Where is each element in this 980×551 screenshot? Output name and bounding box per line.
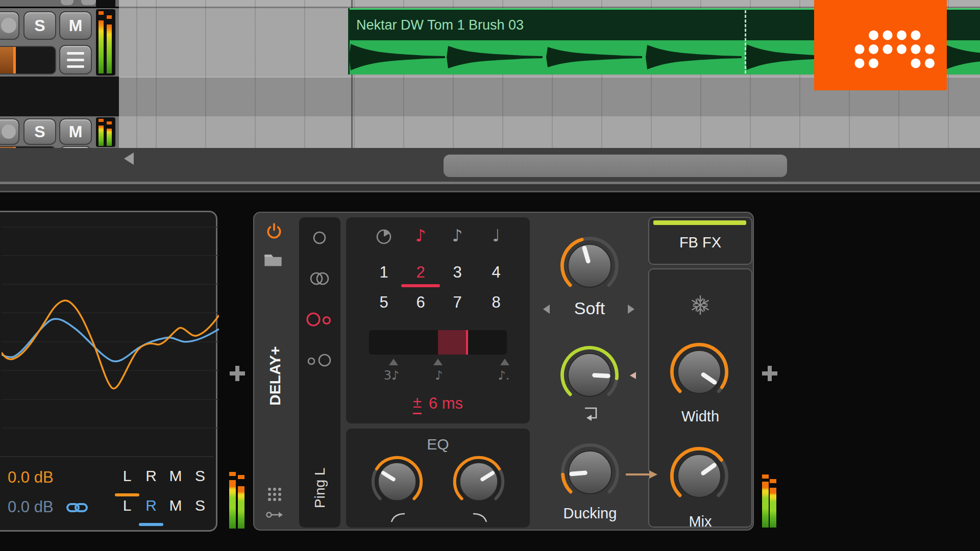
channel-L-row2[interactable]: L [116,497,138,514]
stereo-link-icon[interactable] [66,501,88,514]
track-header-gap [0,77,119,116]
sync-note-icon-selected[interactable]: ♪ [405,226,436,245]
step-2-selected[interactable]: 2 [405,263,436,282]
swing-slider-handle[interactable] [466,330,468,355]
mute-button[interactable]: M [59,118,92,145]
scope-display [2,215,219,456]
mix-knob[interactable] [665,442,733,510]
solo-button[interactable]: S [23,118,56,145]
mode-stereo-icon[interactable] [306,269,333,288]
panel-divider-line [0,191,980,192]
step-7[interactable]: 7 [442,293,473,312]
slider-marker-straight[interactable] [433,359,443,365]
scrollbar-thumb[interactable] [444,155,787,177]
channel-R-row1[interactable]: R [140,467,162,485]
record-arm-button[interactable] [0,11,19,40]
swing-slider[interactable] [369,330,507,355]
feedback-return-icon[interactable] [580,406,599,421]
add-device-button-right[interactable] [761,364,779,383]
ducking-knob[interactable] [556,438,624,507]
mode-ping-l-icon-selected[interactable] [305,310,334,329]
clip-left-edge[interactable] [348,8,350,74]
scroll-left-arrow-icon[interactable] [124,153,134,165]
step-4[interactable]: 4 [481,263,511,282]
shaper-value[interactable]: Soft [556,298,623,318]
dotted-note-icon: ♪. [488,368,519,383]
track-header-1[interactable]: S M [0,8,119,77]
record-arm-button[interactable] [0,118,19,145]
channel-R-selected-underline [139,523,163,526]
delay-mode-value[interactable]: Ping L [304,452,336,523]
remote-controls-icon[interactable] [266,486,283,503]
step-5[interactable]: 5 [369,293,399,312]
delay-scope-panel: 0.0 dB L R M S 0.0 dB L R M S [0,211,217,532]
ducking-to-mix-arrow-icon [623,467,662,482]
delay-plus-device: DELAY+ [253,212,754,531]
record-circle-icon [2,124,16,139]
solo-label: S [34,16,45,35]
eq-highpass-knob[interactable] [367,452,427,512]
delay-mode-column: Ping L [299,217,340,528]
channel-S-row2[interactable]: S [189,497,211,514]
freeze-snowflake-icon[interactable] [689,294,712,316]
sync-quarter-note-icon[interactable]: ♩ [481,226,511,245]
ducking-label: Ducking [549,505,631,522]
solo-button[interactable]: S [23,11,56,40]
track-menu-button[interactable] [59,45,92,74]
mute-label: M [69,122,83,141]
partial-button [81,0,96,5]
step-1[interactable]: 1 [369,263,399,282]
step-8[interactable]: 8 [481,293,511,312]
fbfx-header[interactable]: FB FX [648,217,752,265]
routing-icon[interactable] [265,510,284,520]
record-circle-icon [1,18,16,33]
delay-right-gain[interactable]: 0.0 dB [8,498,54,516]
step-6[interactable]: 6 [405,293,436,312]
channel-L-row1[interactable]: L [116,467,138,485]
track-volume-fader[interactable] [0,46,56,74]
channel-R-row2[interactable]: R [140,497,162,514]
mode-ping-r-icon[interactable] [305,351,334,369]
slider-marker-dotted[interactable] [500,359,509,365]
offset-sign[interactable]: ± [413,393,422,414]
panel-divider[interactable] [0,184,980,191]
fader-handle[interactable] [13,47,16,73]
fbfx-title[interactable]: FB FX [649,234,751,251]
track-header-2[interactable]: S M [0,116,119,148]
channel-S-row1[interactable]: S [189,467,211,485]
add-device-button-left[interactable] [228,364,247,383]
width-knob[interactable] [665,338,733,406]
feedback-knob[interactable] [555,341,624,409]
free-time-icon[interactable] [375,228,393,246]
channel-M-row2[interactable]: M [164,497,187,514]
bitwig-logo [814,0,947,90]
horizontal-scrollbar[interactable] [0,148,980,182]
sync-note-icon[interactable]: ♪ [442,226,473,245]
fbfx-chain-color-strip [653,220,746,225]
shaper-next-arrow[interactable] [628,305,634,314]
delay-sync-panel: ♪ ♪ ♩ 1 2 3 4 5 6 7 8 3♪ ♪ ♪. ± 6 ms [346,217,530,423]
clip-loop-marker[interactable] [745,10,746,73]
mute-button[interactable]: M [59,11,92,40]
offset-value[interactable]: 6 ms [429,394,463,413]
eq-lowpass-knob[interactable] [449,452,509,512]
device-title[interactable]: DELAY+ [259,315,291,437]
delay-left-gain[interactable]: 0.0 dB [8,468,54,487]
time-offset-control[interactable]: ± 6 ms [387,393,489,414]
slider-marker-triplet[interactable] [389,359,398,365]
partial-button [61,0,74,5]
track-level-meter [96,117,115,147]
bitwig-main-window: Nektar DW Tom 1 Brush 03 [0,0,980,551]
shaper-drive-knob[interactable] [555,232,624,300]
mode-mono-icon[interactable] [312,230,327,245]
step-2-underline [401,284,440,287]
mute-label: M [69,16,83,35]
shaper-prev-arrow[interactable] [543,305,550,314]
channel-M-row1[interactable]: M [164,467,187,485]
step-3[interactable]: 3 [442,263,473,282]
device-power-icon[interactable] [265,223,283,240]
clip-title: Nektar DW Tom 1 Brush 03 [356,17,524,33]
scope-wave-left-orange [2,300,219,388]
bitwig-logo-dots [814,0,947,90]
device-preset-folder-icon[interactable] [263,252,283,267]
